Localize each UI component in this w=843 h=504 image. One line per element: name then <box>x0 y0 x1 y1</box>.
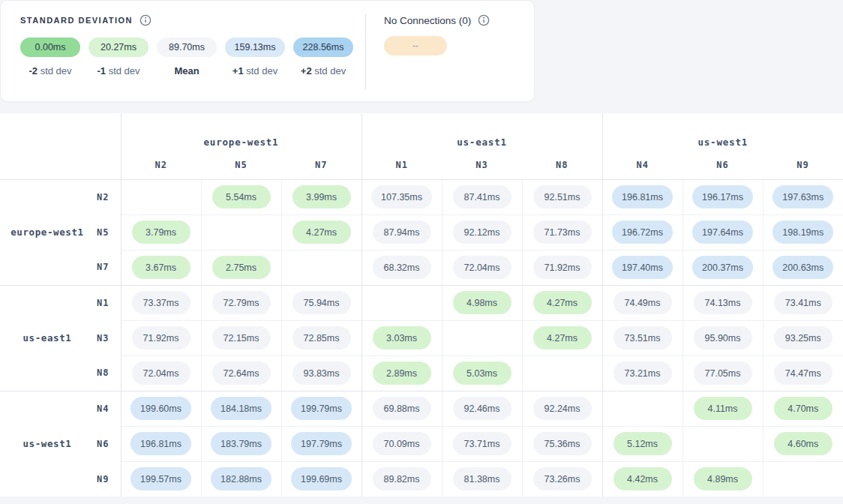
latency-cell[interactable] <box>442 320 522 356</box>
latency-cell[interactable]: 72.04ms <box>121 356 201 391</box>
latency-cell[interactable]: 68.32ms <box>362 250 442 285</box>
latency-cell[interactable]: 197.79ms <box>281 426 362 461</box>
latency-cell[interactable] <box>281 250 362 285</box>
latency-pill: 72.64ms <box>212 362 271 385</box>
latency-cell[interactable]: 4.70ms <box>763 391 843 426</box>
latency-cell[interactable]: 199.79ms <box>281 391 362 426</box>
latency-cell[interactable]: 107.35ms <box>362 179 442 214</box>
latency-cell[interactable]: 69.88ms <box>362 391 442 426</box>
legend-step: 159.13ms+1 std dev <box>225 38 285 76</box>
latency-cell[interactable]: 74.13ms <box>682 285 763 320</box>
latency-cell[interactable]: 183.79ms <box>201 426 281 461</box>
latency-cell[interactable]: 197.40ms <box>602 250 682 285</box>
latency-cell[interactable]: 184.18ms <box>201 391 281 426</box>
latency-cell[interactable]: 87.41ms <box>442 179 522 214</box>
latency-cell[interactable]: 72.64ms <box>201 356 281 391</box>
latency-cell[interactable]: 4.98ms <box>442 285 522 320</box>
latency-cell[interactable]: 72.15ms <box>201 320 281 356</box>
latency-cell[interactable]: 199.60ms <box>121 391 201 426</box>
latency-cell[interactable]: 73.51ms <box>602 320 682 356</box>
column-group-europe-west1: europe-west1 <box>121 113 362 151</box>
latency-cell[interactable]: 74.49ms <box>602 285 682 320</box>
latency-cell[interactable]: 89.82ms <box>362 461 442 496</box>
latency-cell[interactable] <box>121 179 201 214</box>
latency-cell[interactable]: 200.63ms <box>763 250 843 285</box>
latency-cell[interactable]: 73.37ms <box>121 285 201 320</box>
info-icon[interactable] <box>478 14 490 26</box>
latency-cell[interactable]: 4.27ms <box>522 320 602 356</box>
latency-cell[interactable]: 87.94ms <box>362 214 442 250</box>
latency-cell[interactable]: 73.41ms <box>763 285 843 320</box>
latency-cell[interactable]: 198.19ms <box>763 214 843 250</box>
latency-cell[interactable]: 182.88ms <box>201 461 281 496</box>
latency-cell[interactable]: 2.75ms <box>201 250 281 285</box>
latency-cell[interactable] <box>763 461 843 496</box>
latency-cell[interactable]: 199.57ms <box>121 461 201 496</box>
matrix-row-N3: N371.92ms72.15ms72.85ms3.03ms4.27ms73.51… <box>0 320 843 356</box>
latency-cell[interactable]: 3.03ms <box>362 320 442 356</box>
latency-cell[interactable]: 196.81ms <box>602 179 682 214</box>
latency-cell[interactable]: 4.42ms <box>602 461 682 496</box>
latency-pill: 77.05ms <box>694 362 752 385</box>
row-group-europe-west1: europe-west1N25.54ms3.99ms107.35ms87.41m… <box>0 179 843 285</box>
legend-step: 0.00ms-2 std dev <box>20 38 80 76</box>
latency-cell[interactable]: 77.05ms <box>682 356 763 391</box>
latency-cell[interactable]: 92.24ms <box>522 391 602 426</box>
latency-cell[interactable]: 2.89ms <box>362 356 442 391</box>
latency-cell[interactable]: 73.26ms <box>522 461 602 496</box>
latency-cell[interactable] <box>682 426 763 461</box>
latency-cell[interactable]: 199.69ms <box>281 461 362 496</box>
latency-cell[interactable]: 71.92ms <box>121 320 201 356</box>
latency-cell[interactable]: 200.37ms <box>682 250 763 285</box>
latency-cell[interactable]: 5.12ms <box>602 426 682 461</box>
latency-cell[interactable] <box>201 214 281 250</box>
latency-cell[interactable]: 4.27ms <box>522 285 602 320</box>
latency-cell[interactable]: 81.38ms <box>442 461 522 496</box>
latency-pill: 4.42ms <box>614 467 672 490</box>
latency-cell[interactable] <box>602 391 682 426</box>
latency-cell[interactable]: 70.09ms <box>362 426 442 461</box>
info-icon[interactable] <box>140 14 152 26</box>
latency-cell[interactable]: 93.83ms <box>281 356 362 391</box>
latency-cell[interactable]: 197.63ms <box>763 179 843 214</box>
latency-cell[interactable]: 73.71ms <box>442 426 522 461</box>
std-dev-title: STANDARD DEVIATION <box>20 16 133 25</box>
latency-cell[interactable]: 92.46ms <box>442 391 522 426</box>
latency-cell[interactable]: 197.64ms <box>682 214 763 250</box>
latency-pill: 4.70ms <box>774 397 832 420</box>
latency-cell[interactable]: 196.81ms <box>121 426 201 461</box>
latency-cell[interactable]: 93.25ms <box>763 320 843 356</box>
latency-cell[interactable]: 72.04ms <box>442 250 522 285</box>
latency-cell[interactable]: 95.90ms <box>682 320 763 356</box>
latency-cell[interactable]: 3.67ms <box>121 250 201 285</box>
latency-cell[interactable]: 4.27ms <box>281 214 362 250</box>
latency-cell[interactable] <box>362 285 442 320</box>
latency-cell[interactable]: 71.92ms <box>522 250 602 285</box>
latency-pill: 4.11ms <box>694 397 752 420</box>
matrix-row-N2: europe-west1N25.54ms3.99ms107.35ms87.41m… <box>0 179 843 214</box>
latency-cell[interactable]: 92.12ms <box>442 214 522 250</box>
latency-cell[interactable]: 73.21ms <box>602 356 682 391</box>
latency-cell[interactable]: 4.60ms <box>763 426 843 461</box>
latency-cell[interactable]: 196.17ms <box>682 179 763 214</box>
latency-cell[interactable]: 71.73ms <box>522 214 602 250</box>
latency-cell[interactable]: 3.99ms <box>281 179 362 214</box>
latency-pill: 73.51ms <box>614 326 672 350</box>
latency-cell[interactable]: 75.94ms <box>281 285 362 320</box>
latency-cell[interactable] <box>522 356 602 391</box>
latency-cell[interactable]: 72.79ms <box>201 285 281 320</box>
latency-pill: 69.88ms <box>373 397 431 420</box>
latency-cell[interactable]: 5.03ms <box>442 356 522 391</box>
latency-cell[interactable]: 75.36ms <box>522 426 602 461</box>
latency-cell[interactable]: 3.79ms <box>121 214 201 250</box>
latency-cell[interactable]: 74.47ms <box>763 356 843 391</box>
latency-pill: 71.92ms <box>132 326 190 350</box>
latency-cell[interactable]: 4.89ms <box>682 461 763 496</box>
latency-cell[interactable]: 92.51ms <box>522 179 602 214</box>
latency-pill: 196.81ms <box>130 432 191 455</box>
latency-cell[interactable]: 4.11ms <box>682 391 763 426</box>
latency-cell[interactable]: 196.72ms <box>602 214 682 250</box>
latency-cell[interactable]: 72.85ms <box>281 320 362 356</box>
latency-pill: 92.46ms <box>453 397 512 420</box>
latency-cell[interactable]: 5.54ms <box>201 179 281 214</box>
